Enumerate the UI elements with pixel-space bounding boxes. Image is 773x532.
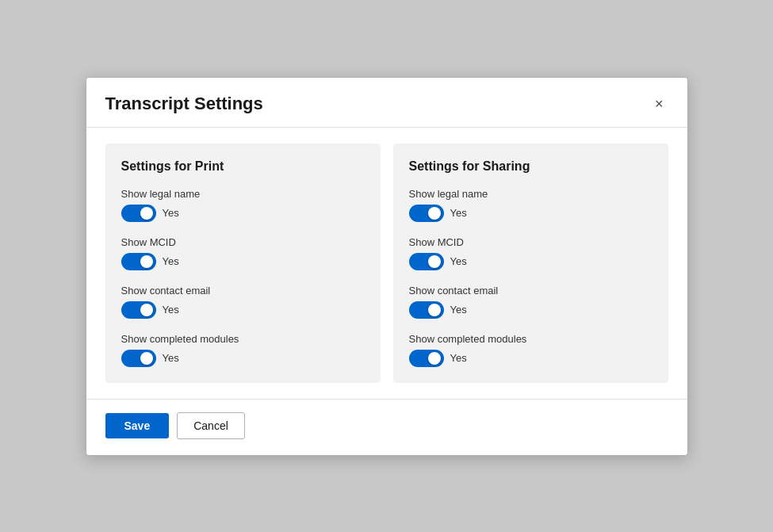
sharing-contact-email-yes: Yes bbox=[450, 304, 467, 316]
sharing-contact-email-label: Show contact email bbox=[409, 285, 652, 297]
sharing-setting-completed-modules: Show completed modules Yes bbox=[409, 333, 652, 367]
sharing-panel-title: Settings for Sharing bbox=[409, 159, 652, 174]
print-legal-name-toggle[interactable] bbox=[121, 205, 156, 222]
print-legal-name-row: Yes bbox=[121, 205, 365, 222]
cancel-button[interactable]: Cancel bbox=[177, 412, 245, 439]
print-setting-contact-email: Show contact email Yes bbox=[121, 285, 365, 319]
print-legal-name-label: Show legal name bbox=[121, 188, 365, 200]
sharing-completed-modules-toggle[interactable] bbox=[409, 350, 444, 367]
sharing-settings-panel: Settings for Sharing Show legal name Yes bbox=[393, 144, 668, 383]
sharing-setting-contact-email: Show contact email Yes bbox=[409, 285, 652, 319]
sharing-mcid-row: Yes bbox=[409, 253, 652, 270]
sharing-contact-email-toggle[interactable] bbox=[409, 301, 444, 319]
close-button[interactable]: × bbox=[650, 95, 668, 113]
print-completed-modules-toggle[interactable] bbox=[121, 350, 156, 367]
modal-body: Settings for Print Show legal name Yes bbox=[86, 128, 687, 399]
sharing-contact-email-row: Yes bbox=[409, 301, 652, 319]
sharing-legal-name-toggle[interactable] bbox=[409, 205, 444, 222]
print-setting-mcid: Show MCID Yes bbox=[121, 236, 365, 270]
print-mcid-yes: Yes bbox=[163, 255, 179, 267]
print-completed-modules-row: Yes bbox=[121, 350, 365, 367]
print-contact-email-yes: Yes bbox=[163, 304, 179, 316]
print-panel-title: Settings for Print bbox=[121, 159, 365, 174]
modal-header: Transcript Settings × bbox=[86, 78, 687, 128]
print-completed-modules-yes: Yes bbox=[163, 352, 179, 364]
sharing-setting-mcid: Show MCID Yes bbox=[409, 236, 652, 270]
print-mcid-toggle[interactable] bbox=[121, 253, 156, 270]
sharing-completed-modules-yes: Yes bbox=[450, 352, 467, 364]
modal-title: Transcript Settings bbox=[105, 94, 263, 114]
print-contact-email-row: Yes bbox=[121, 301, 365, 319]
modal-footer: Save Cancel bbox=[86, 399, 687, 455]
sharing-mcid-label: Show MCID bbox=[409, 236, 652, 248]
sharing-mcid-yes: Yes bbox=[450, 255, 467, 267]
print-settings-panel: Settings for Print Show legal name Yes bbox=[105, 144, 381, 383]
print-setting-completed-modules: Show completed modules Yes bbox=[121, 333, 365, 367]
sharing-legal-name-yes: Yes bbox=[450, 207, 467, 219]
sharing-legal-name-label: Show legal name bbox=[409, 188, 652, 200]
transcript-settings-modal: Transcript Settings × Settings for Print… bbox=[86, 77, 688, 456]
sharing-completed-modules-row: Yes bbox=[409, 350, 652, 367]
print-contact-email-toggle[interactable] bbox=[121, 301, 156, 319]
print-contact-email-label: Show contact email bbox=[121, 285, 365, 297]
print-setting-legal-name: Show legal name Yes bbox=[121, 188, 365, 222]
print-mcid-row: Yes bbox=[121, 253, 365, 270]
print-mcid-label: Show MCID bbox=[121, 236, 365, 248]
modal-overlay: Transcript Settings × Settings for Print… bbox=[0, 0, 773, 532]
print-legal-name-yes: Yes bbox=[163, 207, 179, 219]
sharing-legal-name-row: Yes bbox=[409, 205, 652, 222]
save-button[interactable]: Save bbox=[105, 413, 170, 438]
sharing-mcid-toggle[interactable] bbox=[409, 253, 444, 270]
sharing-setting-legal-name: Show legal name Yes bbox=[409, 188, 652, 222]
sharing-completed-modules-label: Show completed modules bbox=[409, 333, 652, 345]
print-completed-modules-label: Show completed modules bbox=[121, 333, 365, 345]
